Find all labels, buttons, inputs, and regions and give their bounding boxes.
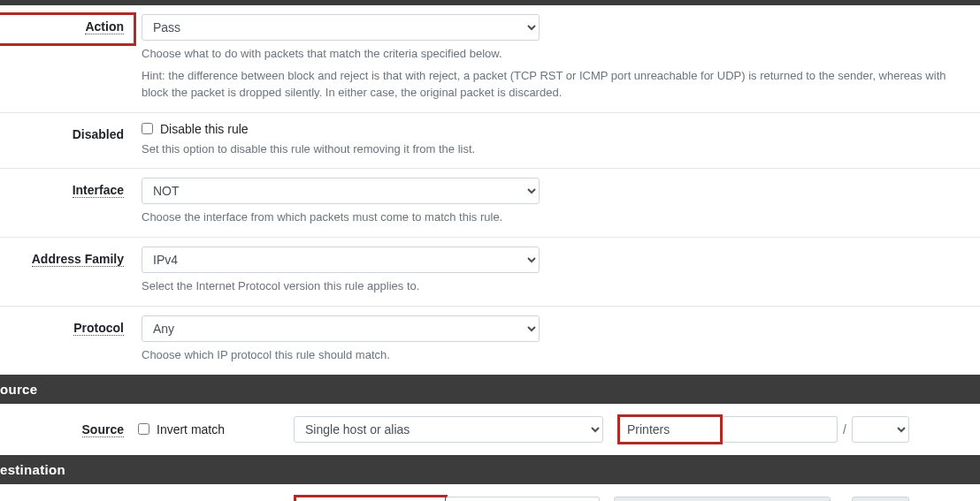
- row-protocol: Protocol Any Choose which IP protocol th…: [0, 307, 980, 375]
- select-action[interactable]: Pass: [142, 14, 540, 41]
- input-source-address[interactable]: [624, 419, 716, 440]
- label-source-text: Source: [82, 422, 124, 437]
- row-address-family: Address Family IPv4 Select the Internet …: [0, 238, 980, 307]
- slash-source: /: [838, 422, 852, 436]
- label-interface-text: Interface: [73, 183, 124, 198]
- label-disabled-text: Disabled: [73, 127, 124, 141]
- select-destination-mask[interactable]: [852, 497, 909, 501]
- highlight-destination-type: MAIN_LAN address: [294, 495, 448, 501]
- label-interface: Interface: [0, 178, 142, 197]
- help-action-1: Choose what to do with packets that matc…: [142, 46, 962, 63]
- select-source-mask[interactable]: [852, 416, 909, 443]
- label-protocol-text: Protocol: [73, 321, 124, 336]
- row-disabled: Disabled Disable this rule Set this opti…: [0, 113, 980, 170]
- label-source-invert: Invert match: [157, 422, 225, 436]
- row-interface: Interface NOT Choose the interface from …: [0, 169, 980, 238]
- label-protocol: Protocol: [0, 315, 142, 335]
- highlight-source-address: [617, 414, 723, 444]
- select-protocol[interactable]: Any: [142, 315, 540, 342]
- help-protocol: Choose which IP protocol this rule shoul…: [142, 347, 962, 364]
- checkbox-disabled[interactable]: [142, 123, 153, 134]
- label-address-family: Address Family: [0, 247, 142, 266]
- label-action: Action: [0, 14, 142, 34]
- label-address-family-text: Address Family: [32, 252, 124, 267]
- row-source: Source Invert match Single host or alias…: [0, 404, 980, 455]
- input-source-address-ext[interactable]: [723, 416, 838, 443]
- help-action-2: Hint: the difference between block and r…: [142, 68, 962, 102]
- select-interface[interactable]: NOT: [142, 178, 540, 204]
- label-source: Source: [0, 422, 124, 436]
- checkbox-disabled-label: Disable this rule: [160, 122, 249, 136]
- checkbox-source-invert[interactable]: [138, 423, 149, 435]
- select-destination-type-ext[interactable]: [446, 497, 600, 501]
- section-header-source: ource: [0, 375, 980, 404]
- select-address-family[interactable]: IPv4: [142, 247, 540, 273]
- help-interface: Choose the interface from which packets …: [142, 209, 962, 226]
- row-action: Action Pass Choose what to do with packe…: [0, 5, 980, 113]
- label-disabled: Disabled: [0, 122, 142, 141]
- section-header-destination: estination: [0, 455, 980, 484]
- input-destination-address[interactable]: [614, 497, 831, 501]
- select-source-type[interactable]: Single host or alias: [294, 416, 603, 443]
- help-disabled: Set this option to disable this rule wit…: [142, 141, 962, 158]
- help-address-family: Select the Internet Protocol version thi…: [142, 278, 962, 295]
- select-destination-type-inner[interactable]: MAIN_LAN address: [296, 497, 445, 501]
- row-destination: Destination Invert match MAIN_LAN addres…: [0, 484, 980, 501]
- label-action-text: Action: [85, 19, 124, 34]
